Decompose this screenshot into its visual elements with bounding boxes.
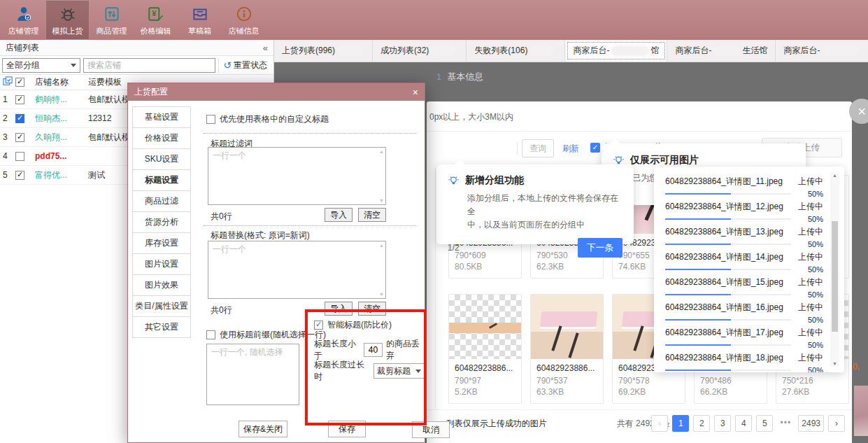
tooltip-counter: 1/2 [448, 243, 460, 253]
dialog-close-icon[interactable]: × [849, 99, 868, 124]
modal-header[interactable]: 上货配置 × [128, 83, 425, 101]
scroll-up-icon[interactable]: ▲ [830, 173, 839, 178]
tab[interactable]: 商家后台- 生活馆 [667, 40, 776, 62]
scroll-down-icon[interactable]: ▼ [379, 198, 384, 203]
lightbulb-icon [448, 175, 460, 187]
image-card[interactable]: 60482923886... 790*97 5.2KB [448, 294, 522, 404]
toolbar-item-simulate-upload[interactable]: 模拟上货 [45, 0, 90, 40]
modal-title: 上货配置 [134, 86, 168, 98]
image-dimensions: 750*216 [782, 375, 843, 386]
info-icon [235, 5, 253, 23]
modal-menu-item[interactable]: 其它设置 [132, 316, 191, 338]
reset-icon: ↺ [223, 60, 232, 70]
shop-name: 久晌翔... [34, 132, 87, 143]
tab[interactable]: 失败列表(106) [467, 40, 565, 62]
import-button[interactable]: 导入 [325, 208, 353, 222]
checkbox-checked-icon: ✓ [590, 143, 600, 153]
row-checkbox[interactable] [15, 171, 34, 180]
toolbar-item-shop-manage[interactable]: 店铺管理 [1, 0, 45, 40]
clear-button[interactable]: 清空 [358, 208, 386, 222]
transfer-icon [103, 5, 121, 23]
scrollbar-thumb[interactable] [832, 221, 838, 332]
row-checkbox[interactable] [15, 152, 34, 161]
page-button[interactable]: 1 [672, 415, 689, 432]
filter-words-textarea[interactable]: 一行一个▲▼ [208, 147, 386, 205]
image-size: 63.3KB [536, 386, 597, 398]
page-button[interactable]: ••• [777, 415, 794, 432]
tooltip-title: 仅展示可用图片 [630, 154, 699, 167]
select-all-checkbox[interactable] [15, 78, 34, 87]
cancel-button[interactable]: 取消 [412, 421, 450, 438]
toolbar-item-drafts[interactable]: 草稿箱 [178, 0, 222, 40]
replace-words-textarea[interactable]: 一行一个▲▼ [208, 241, 386, 299]
app-toolbar: 店铺管理 模拟上货 商品管理 ¥ 价格编辑 草稿箱 店铺信息 [0, 0, 868, 40]
modal-menu-item[interactable]: SKU设置 [132, 148, 191, 170]
modal-menu-item[interactable]: 图片效果 [132, 274, 191, 296]
modal-menu-item[interactable]: 库存设置 [132, 232, 191, 254]
modal-menu-item[interactable]: 商品过滤 [132, 190, 191, 212]
divider [435, 168, 436, 409]
redacted-blob [611, 45, 649, 56]
custom-title-checkbox[interactable]: 优先使用表格中的自定义标题 [206, 113, 329, 125]
row-checkbox[interactable] [15, 114, 34, 123]
scrollbar[interactable]: ▲ ▼ [830, 172, 839, 367]
upload-status: 上传中 [798, 176, 823, 188]
multi-check-icon[interactable] [0, 76, 15, 88]
checkbox-checked-icon [314, 321, 323, 330]
image-card[interactable]: 60482923886... 790*537 63.3KB [530, 294, 604, 404]
bug-icon [59, 5, 77, 23]
toolbar-item-shop-info[interactable]: 店铺信息 [222, 0, 266, 40]
modal-menu-item[interactable]: 价格设置 [132, 127, 191, 149]
page-button[interactable]: › [828, 415, 845, 432]
page-button[interactable]: 3 [714, 415, 731, 432]
tab[interactable]: 成功列表(32) [373, 40, 467, 62]
page-button[interactable]: 2 [693, 415, 710, 432]
smart-title-checkbox[interactable]: 智能标题(防比价) [314, 319, 392, 331]
next-tip-button[interactable]: 下一条 [578, 238, 622, 258]
upload-percent: 50% [799, 366, 823, 373]
search-shop-input[interactable] [83, 58, 215, 73]
modal-menu-item[interactable]: 货源分析 [132, 211, 191, 233]
edge-text-fragment: 0, [853, 362, 860, 372]
save-and-close-button[interactable]: 保存&关闭 [239, 421, 287, 437]
upload-progress-panel: 604829238864_详情图_11.jpeg 上传中 50% 60482 [654, 167, 844, 372]
page-button[interactable]: ‹ [651, 415, 668, 432]
modal-menu-item[interactable]: 类目/属性设置 [132, 295, 191, 317]
reset-status-button[interactable]: ↺ 重置状态 [218, 58, 271, 73]
modal-menu-item[interactable]: 图片设置 [132, 253, 191, 275]
scroll-down-icon[interactable]: ▼ [379, 292, 384, 297]
import-button[interactable]: 导入 [325, 302, 353, 316]
min-length-input[interactable] [364, 343, 383, 357]
tab[interactable]: 商家后台- [776, 40, 868, 62]
scroll-up-icon[interactable]: ▲ [379, 149, 384, 154]
page-button[interactable]: 4 [735, 415, 752, 432]
divider [517, 142, 518, 155]
page-button[interactable]: 5 [756, 415, 773, 432]
close-icon[interactable]: × [413, 87, 418, 98]
upload-filename: 604829238864_详情图_16.jpeg [665, 302, 783, 314]
row-checkbox[interactable] [15, 133, 34, 142]
title-prefix-checkbox[interactable]: 使用标题前缀(随机选择一行) [206, 329, 326, 341]
toolbar-item-price-edit[interactable]: ¥ 价格编辑 [134, 0, 178, 40]
tab[interactable]: 商家后台- 馆 [565, 40, 667, 62]
scroll-down-icon[interactable]: ▼ [830, 361, 839, 366]
clear-button[interactable]: 清空 [358, 302, 386, 316]
scroll-up-icon[interactable]: ▲ [379, 243, 384, 248]
page-button[interactable]: 2493 [798, 415, 824, 432]
toolbar-label: 模拟上货 [52, 26, 83, 36]
overlong-select[interactable]: 裁剪标题 [373, 363, 425, 379]
refresh-link[interactable]: 刷新 [562, 143, 579, 155]
toolbar-label: 草稿箱 [188, 26, 211, 36]
save-button[interactable]: 保存 [328, 421, 366, 437]
collapse-panel-icon[interactable]: « [263, 43, 268, 53]
modal-menu-item[interactable]: 基础设置 [132, 106, 191, 128]
modal-menu-item[interactable]: 标题设置 [132, 169, 191, 191]
title-prefix-textarea[interactable]: 一行一个, 随机选择 [206, 344, 299, 405]
row-checkbox[interactable] [15, 95, 34, 104]
tab-bar: 上货列表(996) 成功列表(32) 失败列表(106) 商家后台- 馆 [274, 40, 868, 62]
query-button[interactable]: 查询 [522, 139, 554, 157]
tab[interactable]: 上货列表(996) [274, 40, 373, 62]
toolbar-item-product-manage[interactable]: 商品管理 [90, 0, 134, 40]
group-select[interactable]: 全部分组 [2, 58, 80, 73]
progress-bar [665, 193, 791, 195]
